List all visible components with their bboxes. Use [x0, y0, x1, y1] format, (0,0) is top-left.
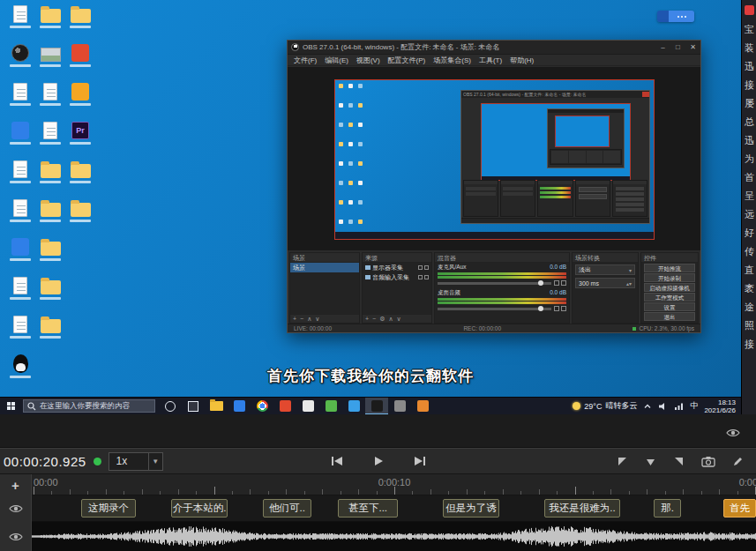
desktop-icon-pr[interactable]: Pr [67, 122, 94, 145]
obs-control-button[interactable]: 设置 [644, 302, 695, 311]
subtitle-track-visibility-toggle[interactable] [0, 495, 31, 522]
taskbar-app-cortana[interactable] [159, 398, 182, 415]
desktop-icon-app[interactable] [67, 83, 94, 106]
subtitle-clip[interactable]: 但是为了诱 [443, 499, 499, 517]
start-button[interactable] [0, 398, 21, 415]
sources-toolbar-button[interactable]: − [372, 316, 376, 322]
speaker-icon[interactable] [658, 402, 668, 411]
taskbar-app-app-red[interactable] [273, 398, 296, 415]
desktop-icon-doc[interactable] [37, 83, 64, 106]
marker-in-button[interactable] [617, 456, 628, 467]
clock[interactable]: 18:13 2021/6/26 [704, 398, 736, 414]
taskbar-app-file-explorer[interactable] [205, 398, 228, 415]
chevron-up-icon[interactable] [643, 403, 652, 410]
obs-menu-2[interactable]: 视图(V) [356, 56, 380, 65]
obs-control-button[interactable]: 工作室模式 [644, 293, 695, 302]
play-button[interactable] [372, 455, 385, 467]
desktop-icon-app[interactable] [67, 44, 94, 67]
obs-menu-0[interactable]: 文件(F) [294, 56, 317, 65]
taskbar-app-edge[interactable] [228, 398, 251, 415]
video-preview[interactable]: Pr OBS 27.0.1 (64-bit, windows) - 配置文件: … [0, 0, 741, 414]
scenes-toolbar-button[interactable]: ∨ [315, 316, 319, 323]
volume-slider-knob[interactable] [538, 306, 543, 311]
subtitle-clip[interactable]: 我还是很难为.. [544, 499, 620, 517]
obs-control-button[interactable]: 启动虚拟摄像机 [644, 283, 695, 292]
subtitle-clip[interactable]: 介于本站的. [171, 499, 228, 517]
source-item[interactable]: 显示器采集 [363, 263, 431, 272]
speaker-icon[interactable] [554, 306, 559, 311]
taskbar-app-app-blue[interactable] [342, 398, 365, 415]
desktop-icon-img[interactable] [37, 44, 64, 67]
volume-slider-knob[interactable] [538, 280, 543, 286]
desktop-icon-app[interactable] [7, 122, 34, 145]
marker-out-button[interactable] [673, 456, 685, 467]
scene-item[interactable]: 场景 [290, 263, 359, 272]
volume-slider[interactable] [438, 308, 551, 310]
ime-indicator[interactable]: 中 [690, 400, 698, 412]
source-item[interactable]: 音频输入采集 [363, 272, 431, 282]
taskbar-app-obs[interactable] [365, 398, 388, 415]
obs-titlebar[interactable]: OBS 27.0.1 (64-bit, windows) - 配置文件: 未命名… [288, 41, 700, 55]
desktop-icon-logo[interactable] [7, 44, 34, 67]
subtitle-track[interactable]: 这期录个介于本站的.他们可..甚至下...但是为了诱我还是很难为..那.首先 [0, 495, 756, 522]
desktop-icon-folder[interactable] [37, 316, 64, 339]
edit-button[interactable] [732, 456, 744, 467]
subtitle-clip[interactable]: 首先 [723, 499, 756, 517]
audio-waveform[interactable] [32, 522, 756, 551]
subtitle-clip[interactable]: 他们可.. [263, 499, 311, 517]
taskbar-app-app-green[interactable] [319, 398, 342, 415]
obs-window[interactable]: OBS 27.0.1 (64-bit, windows) - 配置文件: 未命名… [287, 40, 701, 333]
scenes-toolbar-button[interactable]: − [300, 316, 303, 322]
obs-control-button[interactable]: 退出 [644, 312, 695, 321]
desktop-icon-doc[interactable] [37, 122, 64, 145]
obs-control-button[interactable]: 开始录制 [644, 273, 695, 282]
obs-preview[interactable]: OBS 27.0.1 (64-bit, windows) - 配置文件: 未命名… [334, 79, 655, 240]
weather-widget[interactable]: 29°C 晴转多云 [573, 400, 637, 412]
next-frame-button[interactable] [413, 455, 427, 467]
obs-menu-5[interactable]: 工具(T) [479, 56, 502, 65]
settings-icon[interactable] [561, 306, 566, 311]
scenes-toolbar-button[interactable]: + [293, 316, 296, 322]
lock-icon[interactable] [424, 275, 429, 279]
desktop-icon-folder[interactable] [37, 160, 64, 183]
desktop-icon-doc[interactable] [7, 199, 34, 222]
obs-menu-3[interactable]: 配置文件(P) [388, 56, 426, 65]
add-track-button[interactable]: + [0, 474, 31, 495]
desktop-icon-doc[interactable] [7, 160, 34, 183]
taskbar-app-chrome[interactable] [251, 398, 273, 415]
taskbar-app-app-orange[interactable] [411, 398, 434, 415]
desktop-icon-folder[interactable] [37, 199, 64, 222]
taskbar-app-task-view[interactable] [182, 398, 205, 415]
visibility-toggle[interactable] [726, 426, 740, 442]
desktop-icon-doc[interactable] [7, 316, 34, 339]
desktop-icon-doc[interactable] [7, 277, 34, 300]
scenes-toolbar-button[interactable]: ∧ [307, 316, 311, 323]
obs-menu-4[interactable]: 场景集合(S) [433, 56, 471, 65]
lock-icon[interactable] [424, 265, 429, 270]
add-marker-button[interactable] [645, 456, 656, 467]
taskbar-app-app-white[interactable] [296, 398, 319, 415]
subtitle-clip[interactable]: 那. [654, 499, 681, 517]
obs-menu-6[interactable]: 帮助(H) [510, 56, 534, 65]
playback-speed-select[interactable]: 1x ▼ [109, 452, 163, 471]
close-button[interactable]: ✕ [685, 43, 700, 51]
sources-toolbar-button[interactable]: ⚙ [379, 316, 385, 323]
desktop-icon-folder[interactable] [37, 277, 64, 300]
desktop-icon-folder[interactable] [37, 238, 64, 261]
obs-menu-1[interactable]: 编辑(E) [325, 56, 348, 65]
subtitle-clip[interactable]: 甚至下... [338, 499, 398, 517]
transition-select[interactable]: 淡出 ▾ [575, 264, 635, 275]
floating-badge[interactable] [657, 11, 694, 22]
transition-duration-stepper[interactable]: 300 ms ▴▾ [575, 278, 635, 288]
network-icon[interactable] [674, 402, 684, 411]
strip-logo-icon[interactable] [745, 5, 754, 15]
desktop-icon-doc[interactable] [7, 5, 34, 28]
sources-toolbar-button[interactable]: ∨ [397, 316, 401, 323]
desktop-icon-folder[interactable] [67, 160, 94, 183]
prev-frame-button[interactable] [330, 455, 344, 467]
desktop-icon-folder[interactable] [37, 5, 64, 28]
settings-icon[interactable] [561, 280, 566, 286]
sources-toolbar-button[interactable]: ∧ [388, 316, 393, 323]
desktop-icon-folder[interactable] [67, 199, 94, 222]
timeline-ruler[interactable]: 00:000:00:100:00:20 [0, 474, 756, 495]
